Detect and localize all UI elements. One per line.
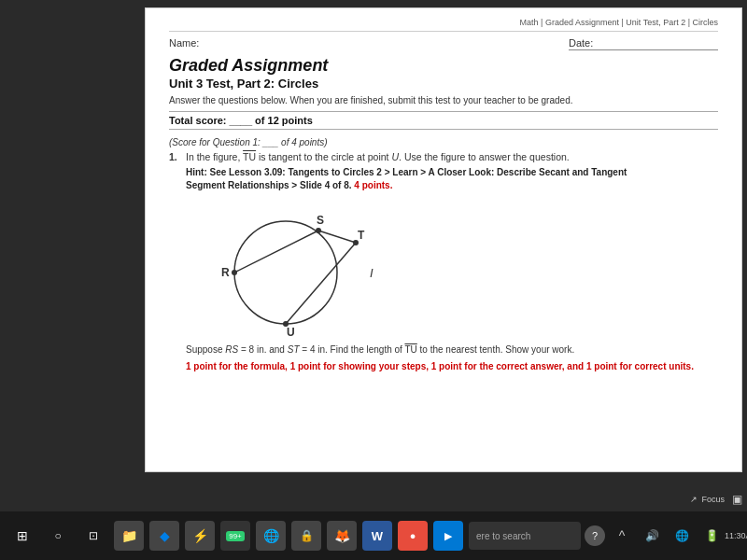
app-icon-99[interactable]: 99+ <box>220 521 250 551</box>
dropbox-icon[interactable]: ◆ <box>149 521 179 551</box>
badge-99: 99+ <box>226 531 245 541</box>
app-icon-1[interactable]: ⚡ <box>185 521 215 551</box>
total-score: Total score: ____ of 12 points <box>169 111 718 130</box>
hint-points: 4 points. <box>354 180 392 190</box>
document-title: Graded Assignment <box>169 56 718 76</box>
diagram-container: R U S T I <box>197 198 402 338</box>
app-icon-red[interactable]: ● <box>398 521 428 551</box>
clock-time: 11:30 <box>725 531 746 541</box>
tu-overline2: TU <box>404 344 416 355</box>
screen: Math | Graded Assignment | Unit Test, Pa… <box>0 0 747 560</box>
circle-diagram: R U S T I <box>197 198 402 338</box>
question-number: 1. <box>169 151 182 162</box>
svg-text:R: R <box>221 266 230 279</box>
search-placeholder: ere to search <box>476 531 530 541</box>
tu-overline: TU <box>243 151 256 162</box>
network-icon[interactable]: 🌐 <box>669 523 695 549</box>
time-display: 11:30 AM <box>728 523 747 549</box>
taskbar-right: ? ^ 🔊 🌐 🔋 11:30 AM <box>585 523 747 549</box>
score-note: (Score for Question 1: ___ of 4 points) <box>169 137 718 147</box>
svg-text:T: T <box>358 229 365 242</box>
document-inner: Math | Graded Assignment | Unit Test, Pa… <box>146 8 741 471</box>
svg-text:I: I <box>370 266 374 280</box>
svg-point-0 <box>234 221 337 324</box>
document-subtitle: Unit 3 Test, Part 2: Circles <box>169 77 718 91</box>
search-bar[interactable]: ere to search <box>469 522 581 550</box>
help-icon[interactable]: ? <box>585 525 605 546</box>
focus-label: Focus <box>701 495 725 504</box>
volume-icon[interactable]: 🔊 <box>639 523 665 549</box>
name-label: Name: <box>169 37 199 49</box>
app-icon-blue[interactable]: ▶ <box>433 521 463 551</box>
question-text: In the figure, TU is tangent to the circ… <box>186 151 718 162</box>
scoring-text: 1 point for the formula, 1 point for sho… <box>186 360 718 373</box>
document-area: Math | Graded Assignment | Unit Test, Pa… <box>145 7 742 472</box>
date-label: Date: <box>569 37 718 50</box>
name-date-row: Name: Date: <box>169 37 718 50</box>
svg-text:S: S <box>317 214 324 227</box>
taskbar-left: ⊞ ○ ⊡ 📁 ◆ ⚡ 99+ 🌐 🔒 🦊 W ● <box>7 521 581 551</box>
question-row: 1. In the figure, TU is tangent to the c… <box>169 151 718 162</box>
instruction-text: Answer the questions below. When you are… <box>169 95 718 105</box>
search-button[interactable]: ○ <box>43 521 73 551</box>
focus-icon: ↗ <box>690 495 698 504</box>
left-margin <box>0 0 145 476</box>
taskbar: ⊞ ○ ⊡ 📁 ◆ ⚡ 99+ 🌐 🔒 🦊 W ● <box>0 511 747 560</box>
suppose-text: Suppose RS = 8 in. and ST = 4 in. Find t… <box>186 343 718 357</box>
firefox-icon[interactable]: 🦊 <box>327 521 357 551</box>
battery-icon[interactable]: 🔋 <box>698 523 725 549</box>
chevron-up-icon[interactable]: ^ <box>609 523 635 549</box>
breadcrumb: Math | Graded Assignment | Unit Test, Pa… <box>169 18 718 32</box>
word-icon[interactable]: W <box>362 521 392 551</box>
breadcrumb-text: Math | Graded Assignment | Unit Test, Pa… <box>520 18 718 27</box>
lock-icon[interactable]: 🔒 <box>291 521 321 551</box>
svg-text:U: U <box>287 326 295 338</box>
focus-area: ↗ Focus ▣ <box>690 493 742 506</box>
file-explorer-icon[interactable]: 📁 <box>114 521 144 551</box>
edge-icon[interactable]: 🌐 <box>256 521 286 551</box>
hint-text: Hint: See Lesson 3.09: Tangents to Circl… <box>186 166 718 192</box>
task-view-button[interactable]: ⊡ <box>78 521 108 551</box>
windows-button[interactable]: ⊞ <box>7 521 37 551</box>
window-icon: ▣ <box>732 493 742 506</box>
